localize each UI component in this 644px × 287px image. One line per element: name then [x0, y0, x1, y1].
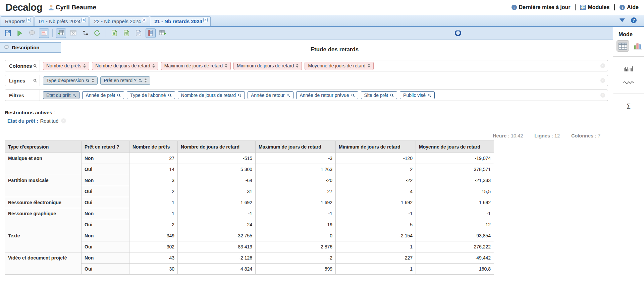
- info-icon: i: [620, 5, 625, 10]
- export-doc-icon: [136, 30, 141, 36]
- chevron-down-icon[interactable]: [620, 18, 625, 22]
- report-content: Description Etude des retards Colonnes N…: [0, 40, 613, 287]
- filter-chip-ann-e-de-retour-pr-vue[interactable]: Année de retour prévue: [296, 91, 358, 99]
- column-chip-minimum-de-jours-de-retard[interactable]: Minimum de jours de retard: [233, 62, 302, 70]
- column-header-nombre-de-pr-ts[interactable]: Nombre de prêts: [129, 141, 178, 153]
- search-icon[interactable]: [33, 79, 37, 82]
- sort-icon[interactable]: [83, 64, 86, 68]
- column-chip-nombre-de-jours-de-retard[interactable]: Nombre de jours de retard: [92, 62, 158, 70]
- tab-01-nb-pr-ts-2024[interactable]: 01 - Nb prêts 2024×: [35, 16, 89, 26]
- report-book-icon: [148, 30, 154, 36]
- search-icon: [168, 94, 172, 97]
- cell-value: 1 692: [336, 197, 416, 208]
- sum-mode-button[interactable]: Σ: [613, 103, 644, 111]
- run-button[interactable]: [15, 28, 25, 38]
- column-header-moyenne-de-jours-de-retard[interactable]: Moyenne de jours de retard: [416, 141, 494, 153]
- column-header-minimum-de-jours-de-retard[interactable]: Minimum de jours de retard: [336, 141, 416, 153]
- modules-link[interactable]: Modules: [580, 4, 609, 10]
- dependencies-button[interactable]: [80, 28, 90, 38]
- comment-button[interactable]: [27, 28, 37, 38]
- cell-value: 1 692: [256, 197, 336, 208]
- column-chip-moyenne-de-jours-de-retard[interactable]: Moyenne de jours de retard: [305, 62, 373, 70]
- column-header-pr-t-en-retard[interactable]: Prêt en retard ?: [82, 141, 129, 153]
- tab-close-icon[interactable]: ×: [142, 18, 146, 22]
- clear-zone-icon[interactable]: ×: [600, 93, 605, 98]
- cell-pret-en-retard: Oui: [82, 241, 129, 252]
- tab-close-icon[interactable]: ×: [26, 18, 31, 22]
- sort-icon[interactable]: [296, 64, 299, 68]
- search-icon[interactable]: [33, 64, 37, 68]
- last-update-link[interactable]: i Dernière mise à jour: [512, 4, 571, 10]
- table-mode-button[interactable]: [616, 40, 629, 52]
- cell-value: 1: [129, 197, 178, 208]
- cell-value: -32 755: [178, 230, 256, 241]
- filter-chip-ann-e-de-retour[interactable]: Année de retour: [248, 91, 293, 99]
- save-button[interactable]: [3, 28, 13, 38]
- sort-icon[interactable]: [152, 64, 155, 68]
- sort-icon[interactable]: [368, 64, 370, 68]
- filter-chip-etat-du-pr-t[interactable]: Etat du prêt: [43, 91, 79, 99]
- cell-value: -1: [336, 208, 416, 219]
- filter-chip-nombre-de-jours-de-retard[interactable]: Nombre de jours de retard: [178, 91, 245, 99]
- tab-21-nb-retards-2024[interactable]: 21 - Nb retards 2024×: [150, 16, 211, 26]
- export-excel-icon: X: [112, 30, 117, 36]
- export-excel-button[interactable]: X: [109, 28, 119, 38]
- table-row: Ressource graphiqueNon1-1-1-1-1: [5, 208, 494, 219]
- mode-label: Mode: [613, 32, 644, 38]
- sort-icon[interactable]: [225, 64, 227, 68]
- filter-chip-type-de-l-abonn[interactable]: Type de l'abonné: [127, 91, 175, 99]
- cell-value: -20: [256, 175, 336, 186]
- table-row: Partition musicaleNon3-64-20-22-21,333: [5, 175, 494, 186]
- cell-value: 1 692: [178, 197, 256, 208]
- table-load-button[interactable]: [56, 28, 66, 38]
- bar-chart-mode-button[interactable]: [631, 40, 644, 52]
- row-chip-pr-t-en-retard[interactable]: Prêt en retard ?: [100, 76, 150, 85]
- histogram-icon: [624, 65, 634, 71]
- clear-zone-icon[interactable]: ×: [600, 63, 605, 68]
- layout-panel-button[interactable]: [39, 28, 49, 38]
- export-sheet-button[interactable]: [121, 28, 131, 38]
- filter-chip-ann-e-de-pr-t[interactable]: Année de prêt: [82, 91, 124, 99]
- cell-value: 5: [336, 219, 416, 230]
- histogram-mode-button[interactable]: [613, 65, 644, 71]
- column-chip-nombre-de-pr-ts[interactable]: Nombre de prêts: [43, 62, 89, 70]
- sort-icon[interactable]: [92, 78, 94, 82]
- tab-22-nb-rappels-2024[interactable]: 22 - Nb rappels 2024×: [90, 16, 149, 26]
- zone-colonnes: Colonnes Nombre de prêtsNombre de jours …: [5, 60, 608, 71]
- cell-value: 27: [256, 186, 336, 197]
- search-icon: [238, 94, 241, 97]
- tab-label: 01 - Nb prêts 2024: [39, 18, 80, 24]
- column-chip-maximum-de-jours-de-retard[interactable]: Maximum de jours de retard: [161, 62, 231, 70]
- cell-value: -2 154: [336, 230, 416, 241]
- zone-lignes-label: Lignes: [5, 75, 40, 86]
- sort-icon[interactable]: [144, 78, 147, 82]
- top-header: Decalog Cyril Beaume i Dernière mise à j…: [0, 0, 644, 15]
- cell-value: 15,5: [416, 186, 494, 197]
- help-icon[interactable]: ?: [631, 17, 637, 23]
- refresh-button[interactable]: [92, 28, 102, 38]
- toolbar-divider: [52, 29, 53, 37]
- cell-value: -49,442: [416, 252, 494, 264]
- help-link[interactable]: i Aide: [620, 4, 639, 10]
- cell-value: 19: [256, 219, 336, 230]
- cell-value: 43: [129, 252, 178, 264]
- report-book-button[interactable]: [146, 28, 156, 38]
- table-add-button[interactable]: [158, 28, 168, 38]
- column-header-nombre-de-jours-de-retard[interactable]: Nombre de jours de retard: [178, 141, 256, 153]
- tab-close-icon[interactable]: ×: [82, 18, 86, 22]
- chip-label: Prêt en retard ?: [104, 78, 136, 83]
- table-clear-button[interactable]: [68, 28, 78, 38]
- clear-zone-icon[interactable]: ×: [600, 78, 605, 83]
- export-doc-button[interactable]: [133, 28, 144, 38]
- tab-description[interactable]: Description: [0, 42, 61, 53]
- tab-rapports[interactable]: Rapports×: [1, 16, 34, 26]
- column-header-maximum-de-jours-de-retard[interactable]: Maximum de jours de retard: [256, 141, 336, 153]
- tab-close-icon[interactable]: ×: [203, 18, 208, 22]
- cell-pret-en-retard: Non: [82, 230, 129, 241]
- remove-restriction-icon[interactable]: ×: [61, 118, 66, 123]
- row-chip-type-d-expression[interactable]: Type d'expression: [43, 76, 98, 85]
- curve-mode-button[interactable]: [613, 80, 644, 85]
- filter-chip-public-vis[interactable]: Public visé: [400, 91, 435, 99]
- filter-chip-site-de-pr-t[interactable]: Site de prêt: [361, 91, 397, 99]
- column-header-type-d-expression[interactable]: Type d'expression: [5, 141, 82, 153]
